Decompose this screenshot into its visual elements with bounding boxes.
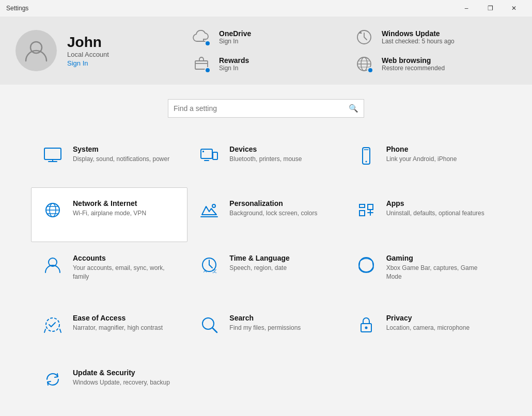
- accounts-text: Accounts Your accounts, email, sync, wor…: [73, 254, 177, 281]
- devices-text: Devices Bluetooth, printers, mouse: [229, 145, 302, 164]
- apps-sub: Uninstall, defaults, optional features: [386, 209, 484, 218]
- privacy-sub: Location, camera, microphone: [386, 324, 470, 332]
- privacy-title: Privacy: [386, 314, 470, 322]
- user-account-type: Local Account: [67, 51, 109, 58]
- devices-title: Devices: [229, 145, 302, 153]
- svg-rect-5: [44, 148, 61, 159]
- time-sub: Speech, region, date: [229, 264, 289, 273]
- update-title: Update & Security: [73, 369, 170, 377]
- settings-item-ease[interactable]: Ease of Access Narrator, magnifier, high…: [31, 302, 187, 356]
- time-icon: A文: [198, 254, 220, 276]
- close-button[interactable]: ✕: [502, 0, 526, 17]
- rewards-service[interactable]: Rewards Sign In: [191, 54, 354, 74]
- ease-sub: Narrator, magnifier, high contrast: [73, 324, 163, 332]
- apps-icon: [355, 199, 377, 221]
- settings-item-privacy[interactable]: Privacy Location, camera, microphone: [345, 302, 501, 356]
- onedrive-icon: [191, 27, 212, 47]
- rewards-dot: [205, 67, 211, 73]
- time-text: Time & Language Speech, region, date: [229, 254, 289, 273]
- settings-item-accounts[interactable]: Accounts Your accounts, email, sync, wor…: [31, 242, 187, 302]
- windows-update-text: Windows Update Last checked: 5 hours ago: [382, 29, 455, 45]
- settings-item-gaming[interactable]: Gaming Xbox Game Bar, captures, Game Mod…: [345, 242, 501, 302]
- web-browsing-icon: [354, 54, 374, 74]
- onedrive-service[interactable]: OneDrive Sign In: [191, 27, 354, 47]
- settings-item-personalization[interactable]: Personalization Background, lock screen,…: [187, 187, 344, 242]
- onedrive-text: OneDrive Sign In: [219, 29, 251, 45]
- phone-icon: [355, 145, 377, 167]
- gaming-icon: [355, 254, 377, 276]
- maximize-button[interactable]: ❐: [478, 0, 502, 17]
- web-browsing-service[interactable]: Web browsing Restore recommended: [354, 54, 517, 74]
- settings-item-apps[interactable]: Apps Uninstall, defaults, optional featu…: [345, 187, 501, 242]
- settings-item-phone[interactable]: Phone Link your Android, iPhone: [345, 133, 501, 187]
- onedrive-dot: [205, 40, 211, 46]
- phone-sub: Link your Android, iPhone: [386, 155, 457, 164]
- search-sub: Find my files, permissions: [229, 324, 301, 332]
- personalization-sub: Background, lock screen, colors: [229, 209, 317, 218]
- update-icon: [42, 369, 64, 390]
- web-browsing-text: Web browsing Restore recommended: [382, 56, 445, 72]
- services-right: Windows Update Last checked: 5 hours ago: [354, 27, 517, 74]
- rewards-text: Rewards Sign In: [219, 56, 249, 72]
- settings-grid: System Display, sound, notifications, po…: [0, 128, 532, 416]
- rewards-sub: Sign In: [219, 65, 249, 72]
- window-controls: – ❐ ✕: [455, 0, 526, 17]
- phone-text: Phone Link your Android, iPhone: [386, 145, 457, 164]
- sign-in-link[interactable]: Sign In: [67, 59, 88, 67]
- avatar: [15, 30, 57, 71]
- search-icon: [198, 314, 220, 335]
- ease-title: Ease of Access: [73, 314, 163, 322]
- svg-rect-6: [201, 149, 212, 158]
- onedrive-name: OneDrive: [219, 29, 251, 38]
- network-icon: [42, 199, 64, 221]
- svg-rect-8: [202, 151, 204, 152]
- settings-item-update[interactable]: Update & Security Windows Update, recove…: [31, 357, 187, 411]
- system-title: System: [73, 145, 169, 153]
- update-text: Update & Security Windows Update, recove…: [73, 369, 170, 387]
- gaming-text: Gaming Xbox Game Bar, captures, Game Mod…: [386, 254, 490, 281]
- search-text: Search Find my files, permissions: [229, 314, 301, 332]
- web-browsing-dot: [367, 67, 373, 73]
- web-browsing-name: Web browsing: [382, 56, 445, 65]
- devices-icon: [198, 145, 220, 167]
- search-input[interactable]: [174, 104, 349, 113]
- header: John Local Account Sign In OneDrive Sign…: [0, 17, 532, 85]
- svg-point-22: [365, 327, 367, 329]
- privacy-text: Privacy Location, camera, microphone: [386, 314, 470, 332]
- settings-item-network[interactable]: Network & Internet Wi-Fi, airplane mode,…: [31, 187, 187, 242]
- system-icon: [42, 145, 64, 167]
- user-text: John Local Account Sign In: [67, 34, 109, 68]
- svg-point-13: [212, 204, 215, 207]
- personalization-text: Personalization Background, lock screen,…: [229, 199, 317, 218]
- settings-item-devices[interactable]: Devices Bluetooth, printers, mouse: [187, 133, 344, 187]
- svg-point-20: [202, 318, 214, 329]
- windows-update-service[interactable]: Windows Update Last checked: 5 hours ago: [354, 27, 517, 47]
- system-sub: Display, sound, notifications, power: [73, 155, 169, 164]
- rewards-name: Rewards: [219, 56, 249, 65]
- network-title: Network & Internet: [73, 199, 146, 207]
- settings-item-search[interactable]: Search Find my files, permissions: [187, 302, 344, 356]
- update-sub: Windows Update, recovery, backup: [73, 378, 170, 387]
- accounts-sub: Your accounts, email, sync, work, family: [73, 264, 177, 281]
- gaming-sub: Xbox Game Bar, captures, Game Mode: [386, 264, 490, 281]
- settings-item-time[interactable]: A文 Time & Language Speech, region, date: [187, 242, 344, 302]
- minimize-button[interactable]: –: [455, 0, 478, 17]
- search-title: Search: [229, 314, 301, 322]
- onedrive-sub: Sign In: [219, 38, 251, 45]
- svg-text:A: A: [204, 268, 207, 274]
- svg-text:文: 文: [212, 268, 217, 274]
- windows-update-sub: Last checked: 5 hours ago: [382, 38, 455, 45]
- user-info: John Local Account Sign In: [15, 30, 170, 71]
- titlebar: Settings – ❐ ✕: [0, 0, 532, 17]
- gaming-title: Gaming: [386, 254, 490, 262]
- privacy-icon: [355, 314, 377, 335]
- system-text: System Display, sound, notifications, po…: [73, 145, 169, 164]
- user-name: John: [67, 34, 109, 51]
- phone-title: Phone: [386, 145, 457, 153]
- rewards-icon: [191, 54, 212, 74]
- apps-title: Apps: [386, 199, 484, 207]
- windows-update-name: Windows Update: [382, 29, 455, 38]
- settings-item-system[interactable]: System Display, sound, notifications, po…: [31, 133, 187, 187]
- ease-text: Ease of Access Narrator, magnifier, high…: [73, 314, 163, 332]
- web-browsing-sub: Restore recommended: [382, 65, 445, 72]
